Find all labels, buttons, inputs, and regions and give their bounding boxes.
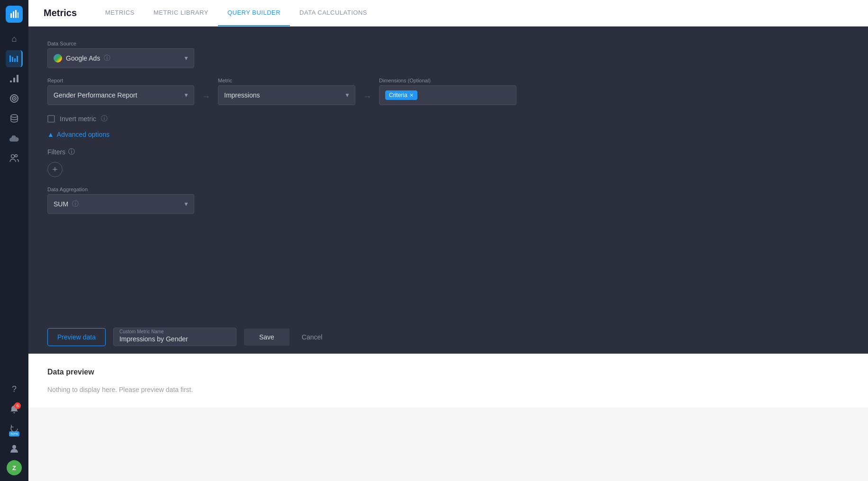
svg-point-15 xyxy=(11,155,15,158)
filters-info-icon[interactable]: ⓘ xyxy=(68,148,75,156)
sidebar-item-metrics[interactable] xyxy=(6,50,23,67)
aggregation-value: SUM xyxy=(54,200,68,208)
svg-rect-7 xyxy=(17,56,18,62)
custom-metric-name-input[interactable] xyxy=(119,335,230,343)
content-area: Data Source Google Ads ⓘ ▼ Report Gender… xyxy=(28,27,868,481)
sidebar-item-goals[interactable] xyxy=(6,90,23,107)
page-title: Metrics xyxy=(44,8,77,18)
data-source-row: Data Source Google Ads ⓘ ▼ xyxy=(47,41,849,68)
criteria-close-icon[interactable]: ✕ xyxy=(409,92,414,98)
help-icon[interactable]: ? xyxy=(6,381,23,398)
header: Metrics METRICS METRIC LIBRARY QUERY BUI… xyxy=(28,0,868,27)
notification-icon[interactable]: 6 xyxy=(6,401,23,418)
dimensions-group: Dimensions (Optional) Criteria ✕ xyxy=(379,78,516,105)
report-chevron: ▼ xyxy=(183,92,189,98)
aggregation-select[interactable]: SUM ⓘ ▼ xyxy=(47,194,194,214)
data-source-value: Google Ads xyxy=(66,54,100,62)
invert-metric-label: Invert metric xyxy=(60,115,96,123)
metric-group: Metric Impressions ▼ xyxy=(218,78,355,105)
metric-label: Metric xyxy=(218,78,355,83)
filters-label-row: Filters ⓘ xyxy=(47,148,849,156)
metric-chevron: ▼ xyxy=(344,92,350,98)
metric-select[interactable]: Impressions ▼ xyxy=(218,85,355,105)
svg-rect-10 xyxy=(17,75,18,82)
data-preview-title: Data preview xyxy=(47,368,849,376)
data-source-group: Data Source Google Ads ⓘ ▼ xyxy=(47,41,194,68)
arrow-2: → xyxy=(363,92,371,102)
aggregation-info-icon[interactable]: ⓘ xyxy=(72,200,79,208)
svg-rect-2 xyxy=(15,10,17,18)
svg-rect-1 xyxy=(13,11,14,18)
user-avatar[interactable]: Z xyxy=(7,460,22,475)
data-source-chevron: ▼ xyxy=(183,55,189,62)
sidebar-item-data[interactable] xyxy=(6,110,23,127)
custom-metric-name-label: Custom Metric Name xyxy=(119,329,230,334)
criteria-tag: Criteria ✕ xyxy=(385,90,417,100)
preview-data-button[interactable]: Preview data xyxy=(47,328,106,346)
sidebar-item-cloud[interactable] xyxy=(6,130,23,147)
svg-point-14 xyxy=(11,115,18,117)
svg-point-13 xyxy=(14,98,15,99)
sidebar: ⌂ xyxy=(0,0,28,481)
query-builder-panel: Data Source Google Ads ⓘ ▼ Report Gender… xyxy=(28,27,868,320)
app-logo[interactable] xyxy=(6,6,23,23)
data-source-select[interactable]: Google Ads ⓘ ▼ xyxy=(47,48,194,68)
data-source-label: Data Source xyxy=(47,41,194,46)
sidebar-bottom: ? 6 50% Z xyxy=(6,381,23,475)
tab-metrics[interactable]: METRICS xyxy=(96,0,144,26)
sidebar-item-home[interactable]: ⌂ xyxy=(6,30,23,47)
svg-point-16 xyxy=(15,155,18,157)
svg-rect-4 xyxy=(9,55,11,62)
svg-rect-0 xyxy=(10,13,12,18)
svg-rect-5 xyxy=(12,57,13,62)
bottom-action-bar: Preview data Custom Metric Name Save Can… xyxy=(28,320,868,354)
tab-query-builder[interactable]: QUERY BUILDER xyxy=(218,0,290,26)
aggregation-group: Data Aggregation SUM ⓘ ▼ xyxy=(47,187,194,214)
svg-rect-3 xyxy=(18,12,18,18)
data-preview-empty-message: Nothing to display here. Please preview … xyxy=(47,386,849,393)
invert-metric-row: Invert metric ⓘ xyxy=(47,115,849,123)
criteria-label: Criteria xyxy=(389,92,407,98)
google-ads-icon xyxy=(54,54,62,62)
dimensions-label: Dimensions (Optional) xyxy=(379,78,516,83)
aggregation-row: Data Aggregation SUM ⓘ ▼ xyxy=(47,187,849,214)
data-source-info-icon[interactable]: ⓘ xyxy=(104,54,110,62)
invert-metric-info-icon[interactable]: ⓘ xyxy=(101,115,108,123)
sidebar-item-chart[interactable] xyxy=(6,70,23,87)
report-value: Gender Performance Report xyxy=(54,91,137,99)
aggregation-label: Data Aggregation xyxy=(47,187,194,192)
svg-rect-6 xyxy=(14,58,16,62)
account-icon[interactable] xyxy=(6,440,23,457)
arrow-1: → xyxy=(202,92,210,102)
svg-rect-8 xyxy=(10,80,12,82)
sidebar-item-users[interactable] xyxy=(6,150,23,167)
sync-icon[interactable]: 50% xyxy=(6,420,23,437)
report-group: Report Gender Performance Report ▼ xyxy=(47,78,194,105)
tab-data-calculations[interactable]: DATA CALCULATIONS xyxy=(290,0,377,26)
svg-rect-9 xyxy=(13,78,15,82)
dimensions-select[interactable]: Criteria ✕ xyxy=(379,85,516,105)
advanced-options-toggle[interactable]: ▲ Advanced options xyxy=(47,131,849,138)
metric-value: Impressions xyxy=(224,91,260,99)
filters-section: Filters ⓘ + xyxy=(47,148,849,177)
sync-progress-badge: 50% xyxy=(9,431,19,436)
nav-tabs: METRICS METRIC LIBRARY QUERY BUILDER DAT… xyxy=(96,0,377,26)
report-metric-row: Report Gender Performance Report ▼ → Met… xyxy=(47,78,849,105)
tab-metric-library[interactable]: METRIC LIBRARY xyxy=(144,0,218,26)
metric-name-input-wrap: Custom Metric Name xyxy=(113,328,236,346)
save-button[interactable]: Save xyxy=(244,329,289,346)
report-select[interactable]: Gender Performance Report ▼ xyxy=(47,85,194,105)
data-preview-section: Data preview Nothing to display here. Pl… xyxy=(28,354,868,408)
cancel-button[interactable]: Cancel xyxy=(297,329,327,346)
advanced-options-label: Advanced options xyxy=(57,131,109,138)
main-content: Metrics METRICS METRIC LIBRARY QUERY BUI… xyxy=(28,0,868,481)
custom-metric-name-field: Custom Metric Name xyxy=(113,328,236,346)
svg-point-17 xyxy=(12,445,16,449)
add-filter-button[interactable]: + xyxy=(47,162,63,177)
report-label: Report xyxy=(47,78,194,83)
notification-badge: 6 xyxy=(14,402,21,409)
filters-label: Filters xyxy=(47,148,65,156)
advanced-options-chevron-icon: ▲ xyxy=(47,131,54,138)
invert-metric-checkbox[interactable] xyxy=(47,115,55,123)
aggregation-chevron: ▼ xyxy=(183,201,189,207)
